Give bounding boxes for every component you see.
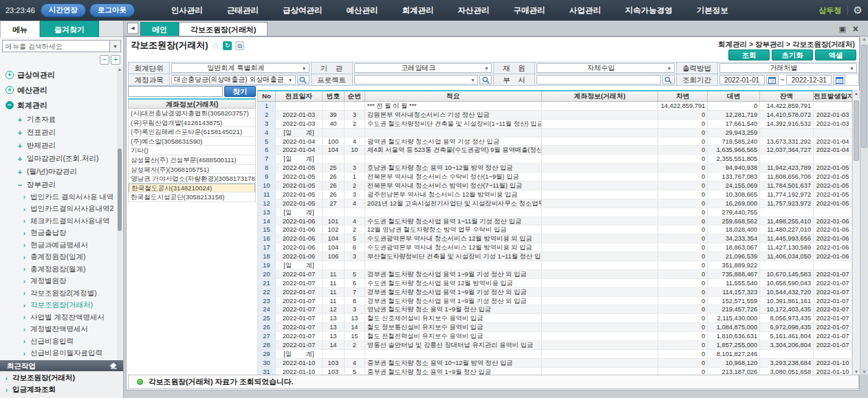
table-row[interactable]: 162022-01-061045수도권광역본부 역사내 청소서비스 12월 방역…	[257, 234, 852, 243]
favorite-star-icon[interactable]: ☆	[212, 41, 220, 51]
excel-button[interactable]: 엑셀	[815, 49, 856, 60]
vendor-item[interactable]: 한국철도시설공단(3058213158)	[129, 192, 255, 202]
project-lookup-button[interactable]	[479, 75, 492, 85]
scroll-down-icon[interactable]: ▼	[860, 370, 868, 374]
table-row[interactable]: 112022-01-05263광주전남본부 역사내 청소서비스 12월 방역비용…	[257, 190, 852, 199]
sidebar-tree-item[interactable]: +기초자료	[0, 113, 117, 126]
expand-all-button[interactable]: +	[111, 55, 120, 65]
search-button[interactable]: 조회	[728, 49, 770, 60]
period-from-input[interactable]	[719, 75, 765, 85]
expand-icon[interactable]: +	[17, 155, 23, 163]
fund-source-select[interactable]: 자체수입 ▼	[536, 63, 675, 73]
table-row[interactable]: 52022-01-041004광역권 철도차량 청소사업 용역 기성 정산 입금…	[257, 137, 852, 146]
table-row[interactable]: 272022-01-071315철도 전철전력설비 유지보수 용역비 입금01,…	[257, 332, 852, 341]
menu-search-input[interactable]	[3, 41, 109, 52]
vendor-item[interactable]: 삼성페자(주)(3068105751)	[129, 165, 255, 175]
table-row[interactable]: 182022-01-061063부산철도차량정비단 건축물 및 시설장비 기성 …	[257, 252, 852, 261]
vendor-item[interactable]: 한국철도공사(3148210024)	[129, 184, 255, 193]
tab-main[interactable]: 메인	[140, 22, 179, 36]
table-row[interactable]: 232022-01-07118경부권 철도차량 청소사업 용역 1~9월 기성 …	[257, 297, 852, 306]
expand-icon[interactable]: +	[17, 115, 23, 124]
expand-icon[interactable]: +	[17, 142, 23, 150]
column-header[interactable]: No	[258, 91, 276, 102]
scrollbar-thumb[interactable]	[854, 100, 859, 161]
column-header[interactable]: 적요	[365, 91, 542, 102]
column-header[interactable]: 순번	[345, 91, 365, 102]
chevron-down-icon[interactable]: ▼	[109, 41, 120, 52]
topbar-menu-item[interactable]: 사업관리	[569, 5, 601, 16]
table-row[interactable]: 262022-01-071314철도 정보통신설비 유지보수 용역비 입금01,…	[257, 323, 852, 332]
column-header[interactable]: 잔액	[760, 91, 814, 102]
scroll-down-icon[interactable]: ▼	[853, 370, 860, 374]
table-row[interactable]: 82022-01-05253호남권 철도차량 청소 용역 10~12월 방역 정…	[257, 164, 852, 173]
table-row[interactable]: 172022-01-061046수도권광역본부 역사내 청소서비스 12월 방역…	[257, 243, 852, 252]
column-header[interactable]: 차변	[658, 91, 708, 102]
organization-select[interactable]: 코레일테크 ▼	[354, 63, 492, 73]
calendar-from-button[interactable]	[766, 75, 779, 85]
tab-scroll-left-button[interactable]: ◀	[127, 23, 138, 34]
tab-menu[interactable]: 메뉴	[0, 21, 40, 37]
sidebar-tree-item[interactable]: ›선급비용이월자료입력	[0, 348, 117, 360]
column-header[interactable]: 계좌정보(거래처)	[542, 91, 659, 102]
accounting-unit-select[interactable]: 일반회계 특별회계 ▼	[171, 63, 310, 73]
table-row[interactable]: 4[일 계]029,943,259	[257, 129, 852, 137]
period-to-input[interactable]	[786, 75, 832, 85]
sidebar-tree-item[interactable]: −회계관리	[0, 98, 117, 113]
vendor-item[interactable]: (유)무림산업개발(4128143875)	[129, 118, 255, 128]
vendor-item[interactable]: 영남권 가야사업소(차량환경)(3058173178)	[129, 174, 255, 184]
sidebar-tree-item[interactable]: ›계정별잔액명세서	[0, 324, 117, 336]
table-row[interactable]: 32022-01-03402수도권 철도차량정비단 건축물 및 시설장비(1~1…	[257, 120, 852, 129]
table-row[interactable]: 62022-01-0410410제4회 서울역 등 523동 건축물(수도권광역…	[257, 146, 852, 155]
table-row[interactable]: 122022-01-052742021년 12월 고속시설전기사업단 및 시설장…	[257, 199, 852, 208]
new-window-icon[interactable]: ⧉	[235, 41, 244, 50]
sidebar-tree-item[interactable]: ›현금출납장	[0, 228, 117, 240]
topbar-menu-item[interactable]: 회계관리	[402, 5, 434, 16]
reset-button[interactable]: 초기화	[772, 49, 813, 60]
sidebar-tree-item[interactable]: +예산관리	[0, 82, 117, 98]
sidebar-tree-item[interactable]: ›선급비용입력	[0, 335, 117, 348]
topbar-menu-item[interactable]: 지속가능경영	[625, 5, 673, 16]
table-row[interactable]: 102022-01-05262전북본부 역사내 청소서비스 방역비 정산(7~1…	[257, 181, 852, 190]
extend-session-button[interactable]: 시간연장	[41, 3, 86, 17]
table-row[interactable]: 22022-01-03393강원본부 역사내청소서비스 기성 정산 입금012,…	[257, 111, 852, 120]
collapse-all-button[interactable]: −	[100, 55, 109, 65]
table-row[interactable]: 202022-01-07115경부권 철도차량 청소사업 용역 1~9월 기성 …	[257, 270, 852, 279]
table-row[interactable]: 252022-01-071313철도 신호제어설비 유지보수 용역비 입금02,…	[257, 314, 852, 323]
expand-icon[interactable]: +	[6, 86, 14, 94]
table-row[interactable]: 212022-01-07116수도권 철도차량 청소사업 용역 12월 방역비용…	[257, 279, 852, 288]
sidebar-tree-item[interactable]: +일마감관리(조회.처리)	[0, 152, 117, 165]
table-row[interactable]: 142022-01-061014수도권 철도차량 청소사업 용역 1~11월 기…	[257, 217, 852, 226]
topbar-menu-item[interactable]: 자산관리	[458, 5, 490, 16]
department-input[interactable]	[536, 75, 661, 85]
sidebar-tree-item[interactable]: ›현금과예금명세서	[0, 239, 117, 252]
table-row[interactable]: 92022-01-05261전북본부 역사내 청소서비스 수탁비 정산(1~9월…	[257, 173, 852, 181]
account-lookup-button[interactable]	[297, 75, 310, 85]
topbar-menu-item[interactable]: 예산관리	[346, 5, 378, 16]
expand-icon[interactable]: +	[6, 71, 14, 79]
table-row[interactable]: 19[일 계]0351,889,922	[257, 261, 852, 270]
column-header[interactable]: 전표일자	[276, 91, 323, 102]
topbar-menu-item[interactable]: 기본정보	[697, 5, 728, 16]
tab-favorites[interactable]: 즐겨찾기	[40, 21, 99, 37]
scrollbar-thumb[interactable]	[118, 148, 122, 231]
sidebar-tree-item[interactable]: ›계정별원장	[0, 276, 117, 288]
sidebar-scrollbar[interactable]: ▲ ▼	[117, 67, 122, 371]
tab-current-page[interactable]: 각보조원장(거래처)	[179, 22, 268, 36]
account-title-select[interactable]: 대손충당금(외상매출금) 외상매출금 ▼	[171, 75, 296, 85]
sidebar-tree-item[interactable]: ›법인카드결의서사용내역2	[0, 203, 117, 216]
sidebar-tree-item[interactable]: ›총계정원장(일계)	[0, 252, 117, 264]
sidebar-tree-item[interactable]: +(월/년)마감관리	[0, 165, 117, 178]
topbar-menu-item[interactable]: 구매관리	[514, 5, 545, 16]
logout-button[interactable]: 로그아웃	[89, 3, 135, 17]
eraser-icon[interactable]	[109, 362, 118, 369]
scrollbar-thumb[interactable]	[861, 45, 867, 148]
sidebar-tree-item[interactable]: ›법인카드 결의서사용 내역	[0, 191, 117, 203]
gear-icon[interactable]: ⚙	[854, 4, 862, 16]
vendor-item[interactable]: (주)예스알(3058631590)	[129, 137, 255, 146]
sidebar-tree-item[interactable]: ›각보조원장(거래처)	[0, 300, 117, 312]
collapse-icon[interactable]: −	[6, 101, 14, 109]
column-header[interactable]: 번호	[323, 91, 345, 102]
vendor-item[interactable]: (주)록인김해레스포타운(6158145021)	[129, 127, 255, 137]
table-row[interactable]: 282022-01-07142영동선 솔안터널 및 강릉선 장대터널 유지관리 …	[257, 341, 852, 350]
table-row[interactable]: 152022-01-06102212월 영남권 철도차량청소 방역 업무 수탁비…	[257, 225, 852, 234]
